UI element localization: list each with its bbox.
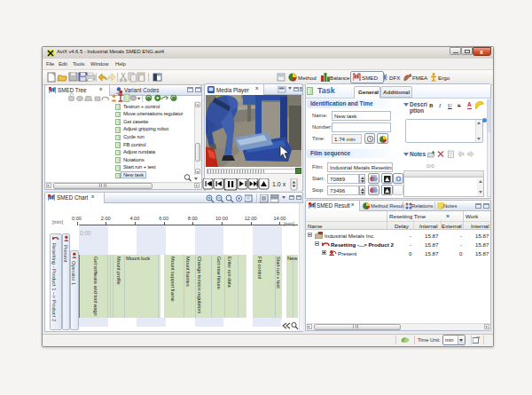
svg-text:1.0 x: 1.0 x (272, 181, 286, 187)
